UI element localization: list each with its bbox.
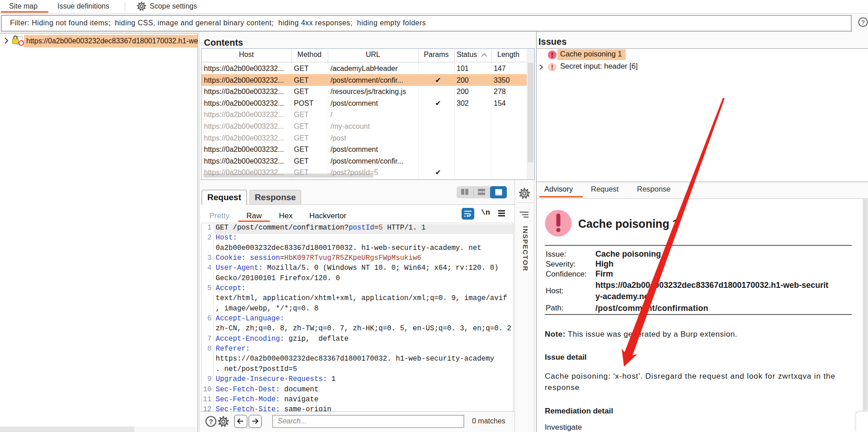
- svg-text:?: ?: [861, 19, 865, 26]
- svg-text:?: ?: [209, 418, 213, 425]
